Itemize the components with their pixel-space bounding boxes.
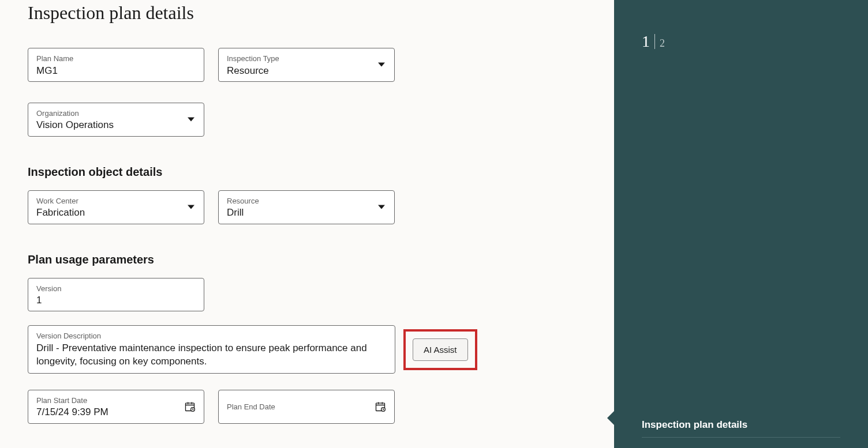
organization-value: Vision Operations — [36, 119, 196, 131]
version-label: Version — [36, 284, 196, 293]
plan-details-row-2: Organization Vision Operations — [28, 103, 586, 137]
step-indicator: 1 2 — [642, 32, 840, 51]
object-details-row: Work Center Fabrication Resource Drill — [28, 190, 586, 224]
resource-value: Drill — [227, 206, 386, 219]
chevron-down-icon — [188, 118, 194, 122]
sidebar-step-label: Inspection plan details — [642, 419, 840, 431]
ai-assist-highlight: AI Assist — [403, 329, 477, 370]
organization-label: Organization — [36, 109, 196, 118]
sidebar-divider — [642, 437, 840, 438]
version-field[interactable]: Version 1 — [28, 278, 204, 312]
calendar-icon[interactable] — [375, 401, 386, 412]
object-details-title: Inspection object details — [28, 165, 586, 179]
sidebar-footer: Inspection plan details — [642, 419, 840, 431]
version-description-row: Version Description Drill - Preventative… — [28, 325, 586, 373]
step-current: 1 — [642, 32, 650, 51]
work-center-value: Fabrication — [36, 206, 196, 219]
plan-start-date-value: 7/15/24 9:39 PM — [36, 406, 196, 418]
inspection-type-value: Resource — [227, 65, 386, 77]
plan-name-field[interactable]: Plan Name MG1 — [28, 48, 204, 82]
ai-assist-button[interactable]: AI Assist — [413, 338, 468, 361]
organization-field[interactable]: Organization Vision Operations — [28, 103, 204, 137]
calendar-icon[interactable] — [184, 401, 196, 412]
plan-end-date-label: Plan End Date — [227, 402, 386, 412]
version-description-field[interactable]: Version Description Drill - Preventative… — [28, 325, 395, 373]
plan-name-value: MG1 — [36, 65, 196, 77]
plan-end-date-field[interactable]: Plan End Date — [218, 390, 395, 424]
inspection-type-label: Inspection Type — [227, 54, 386, 63]
inspection-type-field[interactable]: Inspection Type Resource — [218, 48, 395, 82]
plan-name-label: Plan Name — [36, 54, 196, 63]
page-title: Inspection plan details — [28, 2, 586, 24]
chevron-down-icon — [378, 63, 385, 67]
resource-field[interactable]: Resource Drill — [218, 190, 395, 224]
version-value: 1 — [36, 294, 196, 306]
step-total: 2 — [660, 37, 665, 50]
version-description-value: Drill - Preventative maintenance inspect… — [36, 342, 387, 368]
step-separator — [654, 34, 655, 49]
dates-row: Plan Start Date 7/15/24 9:39 PM Plan End… — [28, 390, 586, 424]
chevron-down-icon — [378, 205, 385, 209]
version-row: Version 1 — [28, 278, 586, 312]
plan-start-date-label: Plan Start Date — [36, 396, 196, 405]
main-content: Inspection plan details Plan Name MG1 In… — [0, 0, 614, 448]
work-center-label: Work Center — [36, 197, 196, 206]
chevron-down-icon — [188, 205, 194, 209]
sidebar-panel: 1 2 Inspection plan details — [614, 0, 868, 448]
version-description-label: Version Description — [36, 332, 387, 341]
work-center-field[interactable]: Work Center Fabrication — [28, 190, 204, 224]
usage-section-title: Plan usage parameters — [28, 253, 586, 266]
plan-start-date-field[interactable]: Plan Start Date 7/15/24 9:39 PM — [28, 390, 204, 424]
resource-label: Resource — [227, 197, 386, 206]
plan-details-row-1: Plan Name MG1 Inspection Type Resource — [28, 48, 586, 82]
step-pointer-icon — [607, 411, 614, 425]
